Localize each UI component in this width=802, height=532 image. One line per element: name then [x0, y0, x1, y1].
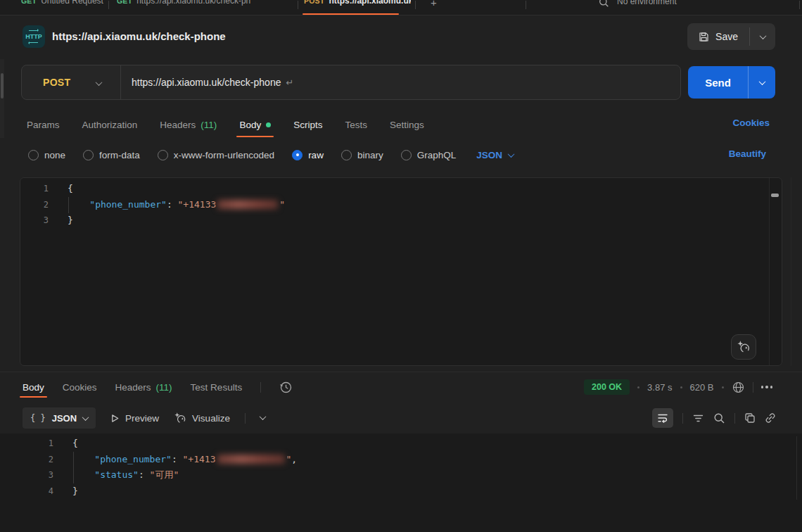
body-modified-dot: [266, 122, 271, 127]
left-pane-scroll-handle[interactable]: [1, 73, 4, 99]
tab-settings[interactable]: Settings: [390, 120, 424, 130]
tab-label: https://api.xiaomu.uk/check-ph: [136, 0, 250, 6]
redacted-value: [217, 200, 278, 209]
divider: [682, 413, 683, 424]
tab-label: Untitled Request: [41, 0, 103, 6]
response-tab-cookies[interactable]: Cookies: [63, 382, 97, 393]
response-toolbar: { } JSON Preview Visualize: [23, 407, 265, 429]
send-button-group: Send: [688, 66, 775, 99]
code-line: 1 {: [20, 181, 766, 197]
request-tab-active[interactable]: POSThttps://api.xiaomu.uk/c: [304, 0, 411, 6]
line-number: 1: [0, 436, 53, 452]
save-options-button[interactable]: [750, 23, 775, 50]
radio-icon: [158, 150, 168, 160]
radio-icon: [83, 150, 94, 160]
tab-authorization[interactable]: Authorization: [82, 120, 138, 130]
search-icon: [713, 412, 725, 424]
more-views-chevron[interactable]: [259, 413, 266, 420]
method-dropdown[interactable]: POST: [22, 65, 120, 99]
response-separator: [0, 372, 802, 372]
radio-icon: [401, 150, 412, 160]
arrow-left-icon: [29, 42, 38, 43]
mode-binary[interactable]: binary: [341, 150, 383, 160]
beautify-link[interactable]: Beautify: [729, 148, 766, 159]
editor-scrollbar-handle[interactable]: [771, 194, 779, 197]
divider: [260, 382, 261, 393]
response-scrollbar-track[interactable]: [796, 436, 797, 500]
search-icon[interactable]: [599, 0, 609, 8]
response-history-button[interactable]: [279, 381, 293, 394]
word-wrap-button[interactable]: [652, 408, 673, 428]
tab-method-get: GET: [117, 0, 132, 5]
cookies-link[interactable]: Cookies: [732, 118, 770, 128]
copy-link-button[interactable]: [765, 412, 776, 424]
http-badge-label: HTTP: [25, 33, 42, 40]
chevron-down-icon: [508, 151, 515, 158]
tab-divider: [526, 1, 526, 9]
filter-icon: [692, 412, 704, 424]
filter-button[interactable]: [692, 412, 704, 424]
request-body-editor[interactable]: 1 { 2 "phone_number": "+14133" 3 }: [20, 177, 782, 366]
line-number: 2: [0, 452, 53, 468]
radio-icon: [28, 150, 39, 160]
line-number: 1: [20, 181, 49, 197]
response-format-dropdown[interactable]: { } JSON: [23, 407, 96, 429]
dot-separator: [722, 386, 724, 388]
app-window: GETUntitled Request GEThttps://api.xiaom…: [0, 0, 802, 532]
dot-separator: [637, 386, 639, 388]
editor-scrollbar-track: [769, 178, 770, 365]
mode-form-data[interactable]: form-data: [83, 150, 140, 160]
line-number: 2: [20, 197, 49, 213]
braces-icon: { }: [30, 413, 46, 423]
visualize-button[interactable]: Visualize: [174, 412, 230, 424]
headers-count: (11): [200, 120, 217, 130]
tab-body[interactable]: Body: [239, 120, 271, 130]
response-tab-test-results[interactable]: Test Results: [191, 382, 243, 393]
sparkle-wand-icon: [174, 412, 186, 424]
response-meta: 200 OK 3.87 s 620 B: [584, 377, 772, 397]
copy-response-button[interactable]: [744, 412, 756, 424]
tab-method-post: POST: [304, 0, 324, 5]
mode-graphql[interactable]: GraphQL: [401, 150, 457, 160]
save-button-label: Save: [715, 31, 738, 42]
response-time: 3.87 s: [647, 382, 672, 393]
url-value: https://api.xiaomu.uk/check-phone: [132, 77, 281, 88]
environment-selector[interactable]: No environment: [617, 0, 677, 6]
request-tab-get-url[interactable]: GEThttps://api.xiaomu.uk/check-ph: [117, 0, 295, 6]
mode-raw[interactable]: raw: [292, 150, 324, 160]
history-clock-icon: [279, 381, 293, 394]
mode-none[interactable]: none: [28, 150, 65, 160]
network-info-button[interactable]: [732, 381, 745, 394]
preview-button[interactable]: Preview: [110, 413, 159, 424]
send-options-button[interactable]: [749, 66, 775, 99]
tab-headers[interactable]: Headers(11): [160, 120, 217, 130]
save-button[interactable]: Save: [687, 23, 749, 50]
method-label: POST: [43, 77, 70, 88]
add-tab-button[interactable]: +: [431, 0, 437, 8]
request-tab-untitled[interactable]: GETUntitled Request: [21, 0, 109, 6]
divider: [753, 382, 753, 393]
code-line: 2 "phone_number": "+14133": [20, 197, 766, 213]
url-input[interactable]: https://api.xiaomu.uk/check-phone ↵: [132, 65, 293, 99]
response-tab-headers[interactable]: Headers(11): [115, 382, 172, 393]
indent-guide: [68, 197, 69, 213]
code-lines: 1 { 2 "phone_number": "+1413", 3 "status…: [0, 436, 795, 499]
send-button[interactable]: Send: [688, 66, 748, 99]
tab-scripts[interactable]: Scripts: [293, 120, 322, 130]
search-response-button[interactable]: [713, 412, 725, 424]
http-request-icon: HTTP: [23, 25, 45, 48]
mode-x-www-form-urlencoded[interactable]: x-www-form-urlencoded: [158, 150, 274, 160]
postbot-button[interactable]: [731, 334, 756, 360]
response-tabs: Body Cookies Headers(11) Test Results: [23, 376, 293, 398]
code-line: 1 {: [0, 436, 795, 452]
chevron-down-icon: [82, 414, 89, 421]
active-tab-underline: [303, 13, 399, 15]
tab-params[interactable]: Params: [27, 120, 60, 130]
more-options-button[interactable]: [761, 386, 773, 388]
line-number: 3: [20, 213, 49, 229]
sparkle-wand-icon: [737, 340, 751, 354]
raw-format-dropdown[interactable]: JSON: [476, 150, 514, 160]
response-tab-body[interactable]: Body: [23, 382, 44, 393]
tab-tests[interactable]: Tests: [345, 120, 367, 130]
response-headers-count: (11): [156, 382, 172, 393]
